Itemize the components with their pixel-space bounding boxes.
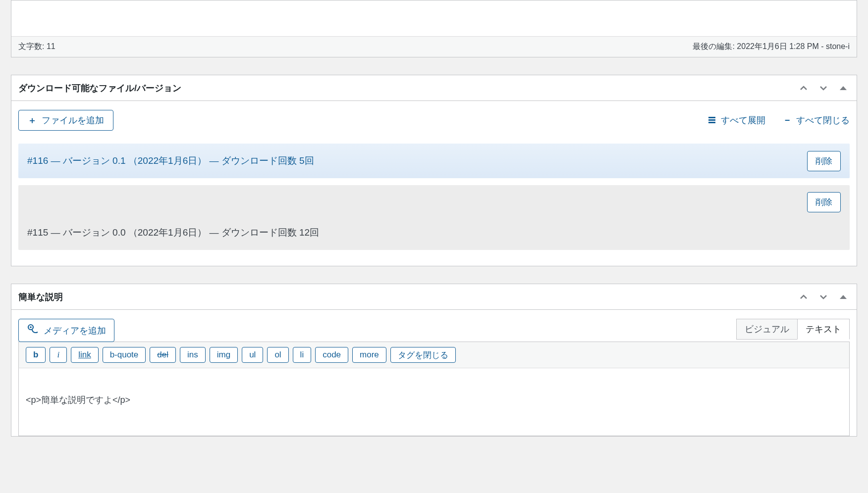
file-row-label: #115 — バージョン 0.0 （2022年1月6日） — ダウンロード回数 … (27, 226, 841, 239)
panel-toggle-icon[interactable] (837, 291, 850, 303)
collapse-all-label: すべて閉じる (796, 114, 850, 126)
add-file-button[interactable]: ＋ ファイルを追加 (18, 110, 113, 131)
tab-text[interactable]: テキスト (797, 319, 850, 340)
qt-ins-button[interactable]: ins (180, 347, 206, 363)
file-row-label: #116 — バージョン 0.1 （2022年1月6日） — ダウンロード回数 … (27, 154, 314, 167)
panel-move-up-icon[interactable] (797, 82, 810, 95)
qt-ul-button[interactable]: ul (242, 347, 263, 363)
downloads-panel-header: ダウンロード可能なファイル/バージョン (11, 75, 857, 101)
expand-all-button[interactable]: すべて展開 (707, 114, 765, 126)
desc-panel-title: 簡単な説明 (18, 291, 63, 303)
desc-panel-body: メディアを追加 ビジュアル テキスト b i link b-quote del … (11, 310, 857, 436)
expand-all-label: すべて展開 (721, 114, 765, 126)
panel-header-actions (797, 82, 850, 95)
plus-icon: ＋ (28, 114, 37, 126)
add-file-label: ファイルを追加 (42, 114, 104, 126)
add-media-button[interactable]: メディアを追加 (18, 319, 114, 342)
panel-move-up-icon[interactable] (797, 291, 810, 303)
downloads-panel-title: ダウンロード可能なファイル/バージョン (18, 82, 181, 94)
media-icon (27, 323, 39, 338)
downloads-panel-body: ＋ ファイルを追加 すべて展開 − すべて閉じる (11, 101, 857, 266)
desc-toolbar: メディアを追加 ビジュアル テキスト (18, 319, 850, 342)
editor-mode-tabs: ビジュアル テキスト (737, 319, 850, 340)
word-count-text: 文字数: 11 (18, 42, 55, 52)
editor-body[interactable] (11, 0, 857, 36)
panel-toggle-icon[interactable] (837, 82, 850, 95)
svg-marker-1 (840, 295, 847, 299)
qt-li-button[interactable]: li (293, 347, 312, 363)
tab-visual[interactable]: ビジュアル (736, 319, 798, 340)
qt-closetags-button[interactable]: タグを閉じる (390, 347, 456, 363)
add-media-label: メディアを追加 (44, 325, 106, 337)
qt-link-button[interactable]: link (71, 347, 99, 363)
qt-del-button[interactable]: del (150, 347, 176, 363)
editor-status-bar: 文字数: 11 最後の編集: 2022年1月6日 1:28 PM - stone… (11, 36, 857, 57)
short-description-textarea[interactable]: <p>簡単な説明ですよ</p> (18, 368, 850, 436)
qt-bold-button[interactable]: b (26, 347, 46, 363)
qt-bquote-button[interactable]: b-quote (103, 347, 146, 363)
qt-italic-button[interactable]: i (50, 347, 67, 363)
delete-file-button[interactable]: 削除 (807, 151, 841, 171)
qt-ol-button[interactable]: ol (267, 347, 288, 363)
collapse-all-icon: − (782, 115, 792, 125)
panel-move-down-icon[interactable] (817, 82, 830, 95)
qt-more-button[interactable]: more (352, 347, 386, 363)
delete-file-button[interactable]: 削除 (807, 192, 841, 212)
expand-all-icon (707, 115, 717, 125)
collapse-all-button[interactable]: − すべて閉じる (782, 114, 850, 126)
downloads-panel: ダウンロード可能なファイル/バージョン ＋ ファイルを追加 (11, 75, 857, 266)
qt-code-button[interactable]: code (315, 347, 348, 363)
short-description-panel: 簡単な説明 (11, 284, 857, 437)
svg-point-3 (30, 326, 32, 328)
panel-header-actions (797, 291, 850, 303)
last-edit-text: 最後の編集: 2022年1月6日 1:28 PM - stone-i (693, 42, 850, 52)
file-row[interactable]: 削除 #115 — バージョン 0.0 （2022年1月6日） — ダウンロード… (18, 185, 850, 250)
panel-move-down-icon[interactable] (817, 291, 830, 303)
quicktags-toolbar: b i link b-quote del ins img ul ol li co… (18, 342, 850, 368)
bulk-actions: すべて展開 − すべて閉じる (707, 114, 850, 126)
qt-img-button[interactable]: img (210, 347, 238, 363)
svg-marker-0 (840, 86, 847, 90)
main-editor-panel: 文字数: 11 最後の編集: 2022年1月6日 1:28 PM - stone… (11, 0, 857, 57)
desc-panel-header: 簡単な説明 (11, 284, 857, 310)
file-row[interactable]: #116 — バージョン 0.1 （2022年1月6日） — ダウンロード回数 … (18, 144, 850, 178)
downloads-toolbar: ＋ ファイルを追加 すべて展開 − すべて閉じる (18, 110, 850, 131)
